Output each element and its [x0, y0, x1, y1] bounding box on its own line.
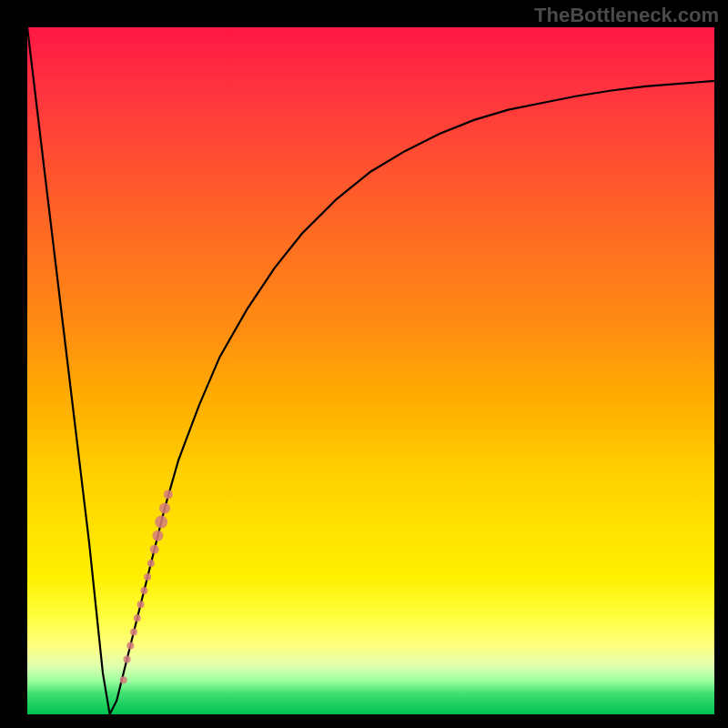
- plot-area: [27, 27, 714, 714]
- highlight-dot: [124, 656, 131, 663]
- watermark-text: TheBottleneck.com: [534, 4, 719, 27]
- highlight-dot: [152, 531, 163, 541]
- highlight-dot: [159, 503, 170, 514]
- bottleneck-curve: [27, 27, 714, 714]
- chart-svg: [27, 27, 714, 714]
- highlight-dot: [120, 676, 127, 683]
- highlight-dot: [164, 490, 173, 499]
- highlight-dot: [150, 545, 159, 554]
- highlight-dot: [126, 642, 134, 650]
- highlight-dot: [137, 601, 145, 608]
- highlight-dot: [130, 628, 137, 635]
- highlight-dot: [155, 516, 167, 529]
- highlight-dot: [134, 614, 141, 622]
- highlight-dot: [147, 560, 155, 567]
- highlight-dot: [140, 587, 147, 594]
- highlight-dot: [144, 573, 151, 581]
